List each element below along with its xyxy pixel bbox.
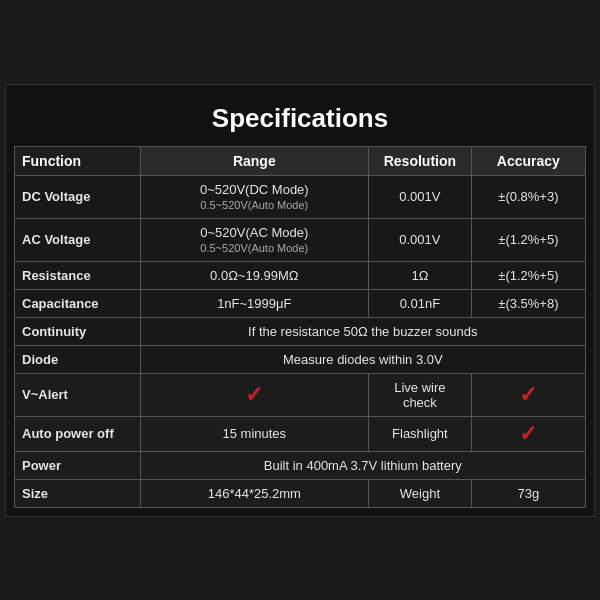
table-row: Size 146*44*25.2mm Weight 73g — [15, 479, 586, 507]
desc-continuity: If the resistance 50Ω the buzzer sounds — [140, 317, 585, 345]
accuracy-ac: ±(1.2%+5) — [471, 218, 585, 261]
function-power: Power — [15, 451, 141, 479]
table-row: Resistance 0.0Ω~19.99MΩ 1Ω ±(1.2%+5) — [15, 261, 586, 289]
function-dc: DC Voltage — [15, 175, 141, 218]
table-row: V~Alert ✓ Live wire check ✓ — [15, 373, 586, 416]
range-resistance: 0.0Ω~19.99MΩ — [140, 261, 368, 289]
function-continuity: Continuity — [15, 317, 141, 345]
check-icon: ✓ — [519, 382, 537, 407]
resolution-resistance: 1Ω — [369, 261, 472, 289]
label-livewire: Live wire check — [369, 373, 472, 416]
table-row: AC Voltage 0~520V(AC Mode)0.5~520V(Auto … — [15, 218, 586, 261]
header-function: Function — [15, 146, 141, 175]
check-livewire: ✓ — [471, 373, 585, 416]
function-ac: AC Voltage — [15, 218, 141, 261]
table-row: DC Voltage 0~520V(DC Mode)0.5~520V(Auto … — [15, 175, 586, 218]
header-range: Range — [140, 146, 368, 175]
function-capacitance: Capacitance — [15, 289, 141, 317]
table-row: Capacitance 1nF~1999μF 0.01nF ±(3.5%+8) — [15, 289, 586, 317]
function-size: Size — [15, 479, 141, 507]
specs-table: Function Range Resolution Accuracy DC Vo… — [14, 146, 586, 508]
specs-container: Specifications Function Range Resolution… — [5, 84, 595, 517]
value-size: 146*44*25.2mm — [140, 479, 368, 507]
label-weight: Weight — [369, 479, 472, 507]
header-accuracy: Accuracy — [471, 146, 585, 175]
range-ac: 0~520V(AC Mode)0.5~520V(Auto Mode) — [140, 218, 368, 261]
desc-diode: Measure diodes within 3.0V — [140, 345, 585, 373]
accuracy-dc: ±(0.8%+3) — [471, 175, 585, 218]
function-resistance: Resistance — [15, 261, 141, 289]
table-row: Diode Measure diodes within 3.0V — [15, 345, 586, 373]
resolution-ac: 0.001V — [369, 218, 472, 261]
label-flashlight: Flashlight — [369, 416, 472, 451]
accuracy-capacitance: ±(3.5%+8) — [471, 289, 585, 317]
function-valert: V~Alert — [15, 373, 141, 416]
value-autopower: 15 minutes — [140, 416, 368, 451]
check-flashlight: ✓ — [471, 416, 585, 451]
page-title: Specifications — [14, 93, 586, 146]
check-icon: ✓ — [519, 421, 537, 446]
header-resolution: Resolution — [369, 146, 472, 175]
function-autopower: Auto power off — [15, 416, 141, 451]
resolution-capacitance: 0.01nF — [369, 289, 472, 317]
function-diode: Diode — [15, 345, 141, 373]
value-weight: 73g — [471, 479, 585, 507]
resolution-dc: 0.001V — [369, 175, 472, 218]
table-row: Continuity If the resistance 50Ω the buz… — [15, 317, 586, 345]
range-capacitance: 1nF~1999μF — [140, 289, 368, 317]
range-dc: 0~520V(DC Mode)0.5~520V(Auto Mode) — [140, 175, 368, 218]
table-row: Auto power off 15 minutes Flashlight ✓ — [15, 416, 586, 451]
check-icon: ✓ — [245, 382, 263, 407]
check-valert: ✓ — [140, 373, 368, 416]
accuracy-resistance: ±(1.2%+5) — [471, 261, 585, 289]
table-row: Power Built in 400mA 3.7V lithium batter… — [15, 451, 586, 479]
desc-power: Built in 400mA 3.7V lithium battery — [140, 451, 585, 479]
